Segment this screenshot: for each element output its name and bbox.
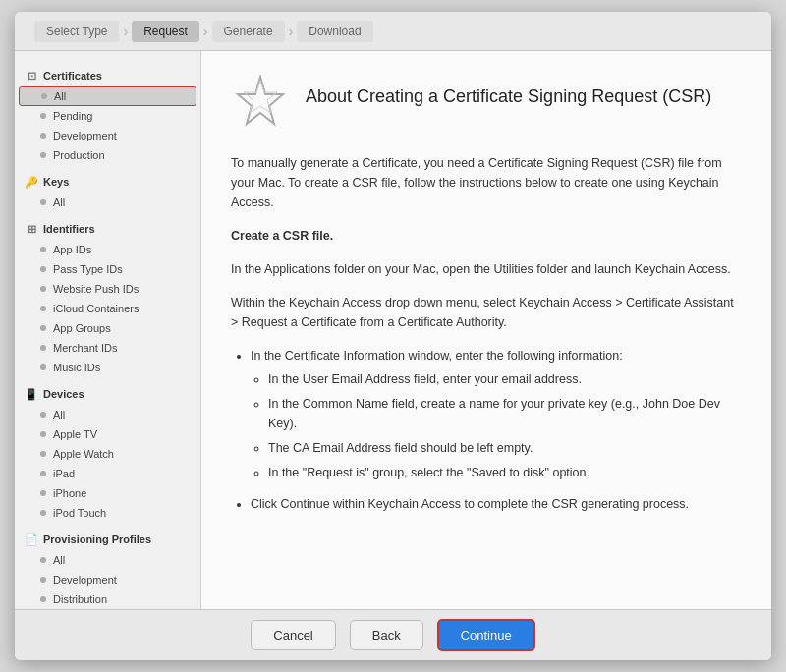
dot-icon — [40, 490, 46, 496]
sidebar-item-app-groups[interactable]: App Groups — [15, 318, 200, 338]
sidebar-item-website-push-ids[interactable]: Website Push IDs — [15, 279, 200, 299]
continue-button[interactable]: Continue — [437, 619, 535, 651]
svg-marker-0 — [238, 77, 283, 124]
sidebar-item-iphone[interactable]: iPhone — [15, 483, 200, 503]
list-item: In the Common Name field, create a name … — [268, 394, 742, 433]
content-header: About Creating a Certificate Signing Req… — [231, 75, 742, 134]
dot-icon — [40, 152, 46, 158]
sidebar-item-icloud-containers[interactable]: iCloud Containers — [15, 299, 200, 318]
list-item: The CA Email Address field should be lef… — [268, 438, 742, 458]
device-icon: 📱 — [25, 387, 38, 401]
key-icon: 🔑 — [25, 175, 38, 189]
cancel-button[interactable]: Cancel — [251, 620, 335, 650]
wizard-step-select-type[interactable]: Select Type — [34, 21, 119, 42]
sidebar-item-provisioning-all[interactable]: All — [15, 550, 200, 570]
dot-icon — [40, 199, 46, 205]
content-sub-bullet-list: In the User Email Address field, enter y… — [268, 369, 742, 482]
provisioning-icon: 📄 — [25, 532, 38, 546]
list-item: In the Certificate Information window, e… — [251, 346, 742, 482]
dot-icon — [40, 306, 46, 311]
sidebar-item-app-ids[interactable]: App IDs — [15, 240, 200, 259]
dot-icon — [40, 577, 46, 583]
dot-icon — [40, 325, 46, 331]
wizard-arrow-3: › — [289, 24, 294, 39]
dot-icon — [40, 247, 46, 252]
list-item: In the "Request is" group, select the "S… — [268, 463, 742, 482]
wizard-steps: Select Type › Request › Generate › Downl… — [34, 21, 373, 42]
wizard-bar: Select Type › Request › Generate › Downl… — [15, 12, 771, 51]
sidebar-item-apple-tv[interactable]: Apple TV — [15, 424, 200, 444]
sidebar-section-keys: 🔑 Keys — [15, 169, 200, 193]
main-content: ⊡ Certificates All Pending Development P… — [15, 51, 771, 609]
wizard-step-download[interactable]: Download — [297, 21, 372, 42]
wizard-step-generate[interactable]: Generate — [212, 21, 285, 42]
content-paragraph2: In the Applications folder on your Mac, … — [231, 259, 742, 279]
dot-icon — [40, 133, 46, 139]
certificate-icon: ⊡ — [25, 69, 38, 83]
sidebar-item-cert-development[interactable]: Development — [15, 126, 200, 145]
content-panel: About Creating a Certificate Signing Req… — [201, 51, 771, 609]
dot-icon — [40, 364, 46, 370]
back-button[interactable]: Back — [350, 620, 423, 650]
sidebar: ⊡ Certificates All Pending Development P… — [15, 51, 201, 609]
sidebar-item-ipod-touch[interactable]: iPod Touch — [15, 503, 200, 523]
sidebar-section-certificates: ⊡ Certificates — [15, 63, 200, 86]
sidebar-section-provisioning: 📄 Provisioning Profiles — [15, 527, 200, 550]
main-window: Select Type › Request › Generate › Downl… — [15, 12, 771, 660]
sidebar-item-keys-all[interactable]: All — [15, 193, 200, 212]
dot-icon — [40, 557, 46, 563]
sidebar-item-devices-all[interactable]: All — [15, 405, 200, 424]
sidebar-item-apple-watch[interactable]: Apple Watch — [15, 444, 200, 464]
dot-icon — [40, 266, 46, 272]
content-paragraph1: To manually generate a Certificate, you … — [231, 153, 742, 212]
dot-icon — [40, 345, 46, 351]
list-item: Click Continue within Keychain Access to… — [251, 494, 742, 514]
wizard-arrow-2: › — [203, 24, 208, 39]
sidebar-item-pass-type-ids[interactable]: Pass Type IDs — [15, 259, 200, 279]
dot-icon — [40, 596, 46, 602]
wizard-step-request[interactable]: Request — [132, 21, 199, 42]
sidebar-section-identifiers: ⊞ Identifiers — [15, 216, 200, 240]
dot-icon — [40, 431, 46, 437]
sidebar-section-devices: 📱 Devices — [15, 381, 200, 405]
sidebar-item-cert-production[interactable]: Production — [15, 145, 200, 165]
sidebar-item-ipad[interactable]: iPad — [15, 464, 200, 483]
content-bullet-list: In the Certificate Information window, e… — [251, 346, 742, 514]
dot-icon — [40, 286, 46, 292]
content-paragraph3: Within the Keychain Access drop down men… — [231, 293, 742, 332]
dot-icon — [40, 510, 46, 516]
dot-icon — [40, 113, 46, 119]
sidebar-item-music-ids[interactable]: Music IDs — [15, 358, 200, 377]
dot-icon — [40, 471, 46, 476]
sidebar-item-provisioning-distribution[interactable]: Distribution — [15, 589, 200, 609]
content-section-heading: Create a CSR file. — [231, 226, 742, 246]
svg-marker-1 — [244, 81, 277, 113]
bottom-bar: Cancel Back Continue — [15, 609, 771, 660]
csr-icon — [231, 75, 290, 134]
sidebar-item-merchant-ids[interactable]: Merchant IDs — [15, 338, 200, 358]
content-body: To manually generate a Certificate, you … — [231, 153, 742, 514]
sidebar-item-provisioning-development[interactable]: Development — [15, 570, 200, 589]
dot-icon — [40, 451, 46, 457]
sidebar-item-cert-pending[interactable]: Pending — [15, 106, 200, 126]
wizard-arrow-1: › — [123, 24, 128, 39]
identifier-icon: ⊞ — [25, 222, 38, 236]
list-item: In the User Email Address field, enter y… — [268, 369, 742, 389]
dot-icon — [40, 412, 46, 418]
dot-icon — [41, 93, 47, 99]
sidebar-item-cert-all[interactable]: All — [19, 86, 196, 106]
content-title: About Creating a Certificate Signing Req… — [306, 86, 711, 107]
